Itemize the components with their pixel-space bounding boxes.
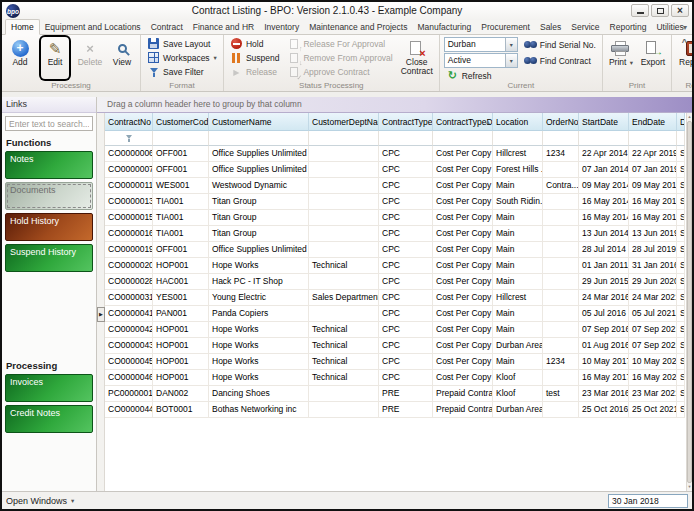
chevron-down-icon[interactable]: ▾ (505, 38, 517, 51)
grid-cell-location[interactable]: Durban Area (493, 338, 543, 354)
grid-cell-contractno[interactable]: CO0000006 (105, 146, 153, 162)
grid-cell-contractno[interactable]: CO0000011 (105, 178, 153, 194)
column-header-startdate[interactable]: StartDate (579, 113, 629, 131)
grid-cell-orderno[interactable]: Contra... (543, 178, 579, 194)
grid-cell-contracttypedesc[interactable]: Cost Per Copy (433, 194, 493, 210)
grid-cell-customercode[interactable]: HOP001 (153, 322, 209, 338)
grid-cell-de[interactable]: S (677, 210, 685, 226)
grid-cell-enddate[interactable]: 16 May 2019 (629, 210, 677, 226)
grid-cell-contracttype[interactable]: CPC (379, 194, 433, 210)
grid-cell-customerdeptname[interactable]: Technical (309, 370, 379, 386)
add-button[interactable]: + Add (6, 37, 34, 79)
grid-cell-startdate[interactable]: 24 Mar 2016 (579, 290, 629, 306)
grid-cell-enddate[interactable]: 10 May 2022 (629, 354, 677, 370)
sidebar-button-invoices[interactable]: Invoices (5, 374, 93, 402)
filter-cell-contracttypedesc[interactable] (433, 131, 493, 146)
grid-cell-location[interactable]: Main (493, 178, 543, 194)
column-header-contracttype[interactable]: ContractType (379, 113, 433, 131)
close-contract-button[interactable]: × Close Contract (399, 37, 435, 79)
tab-manufacturing[interactable]: Manufacturing (412, 20, 476, 34)
vertical-scrollbar[interactable]: ▲ ▼ (686, 113, 692, 491)
grid-row-CO0000015[interactable]: CO0000015TIA001Titan GroupCPCCost Per Co… (105, 210, 685, 226)
grid-cell-location[interactable]: Main (493, 274, 543, 290)
grid-cell-contracttype[interactable]: PRE (379, 386, 433, 402)
scrollbar-thumb[interactable] (687, 121, 692, 483)
grid-cell-customercode[interactable]: HAC001 (153, 274, 209, 290)
grid-cell-startdate[interactable]: 22 Apr 2014 (579, 146, 629, 162)
grid-cell-location[interactable]: Forest Hills ... (493, 162, 543, 178)
grid-cell-customerdeptname[interactable] (309, 146, 379, 162)
sidebar-button-documents[interactable]: Documents (5, 182, 93, 210)
scroll-down-icon[interactable]: ▼ (687, 483, 692, 491)
grid-cell-customercode[interactable]: HOP001 (153, 354, 209, 370)
grid-cell-customerdeptname[interactable] (309, 386, 379, 402)
minimize-button[interactable] (631, 4, 649, 17)
grid-cell-startdate[interactable]: 25 Oct 2016 (579, 402, 629, 418)
grid-cell-customerdeptname[interactable]: Technical (309, 354, 379, 370)
grid-row-CO0000045[interactable]: CO0000045HOP001Hope WorksTechnicalCPCCos… (105, 354, 685, 370)
grid-cell-location[interactable]: Main (493, 306, 543, 322)
grid-cell-location[interactable]: Main (493, 210, 543, 226)
grid-cell-customername[interactable]: Hope Works (209, 370, 309, 386)
grid-cell-enddate[interactable]: 25 Oct 2021 (629, 402, 677, 418)
grid-cell-customername[interactable]: Panda Copiers (209, 306, 309, 322)
grid-cell-contracttypedesc[interactable]: Cost Per Copy (433, 354, 493, 370)
grid-cell-customerdeptname[interactable] (309, 226, 379, 242)
grid-cell-customerdeptname[interactable] (309, 402, 379, 418)
filter-cell-de[interactable] (677, 131, 685, 146)
grid-cell-enddate[interactable]: 07 Sep 2021 (629, 322, 677, 338)
grid-cell-startdate[interactable]: 23 Mar 2016 (579, 386, 629, 402)
grid-cell-enddate[interactable]: 31 Jan 2016 (629, 258, 677, 274)
grid-cell-enddate[interactable]: 07 Jan 2019 (629, 162, 677, 178)
grid-cell-orderno[interactable] (543, 194, 579, 210)
ribbon-collapse-icon[interactable]: ^ (682, 37, 687, 47)
grid-cell-contracttypedesc[interactable]: Cost Per Copy (433, 322, 493, 338)
grid-cell-customername[interactable]: Young Electric (209, 290, 309, 306)
grid-cell-customercode[interactable]: OFF001 (153, 162, 209, 178)
column-header-contractno[interactable]: ContractNo (105, 113, 153, 131)
grid-cell-de[interactable]: S (677, 354, 685, 370)
grid-row-CO0000011[interactable]: CO0000011WES001Westwood DynamicCPCCost P… (105, 178, 685, 194)
grid-cell-orderno[interactable] (543, 242, 579, 258)
tab-maintenance-and-projects[interactable]: Maintenance and Projects (304, 20, 412, 34)
sidebar-button-notes[interactable]: Notes (5, 151, 93, 179)
grid-cell-orderno[interactable]: 1234 (543, 146, 579, 162)
grid-cell-contracttypedesc[interactable]: Cost Per Copy (433, 162, 493, 178)
tab-procurement[interactable]: Procurement (476, 20, 535, 34)
grid-cell-enddate[interactable]: 24 Mar 2021 (629, 290, 677, 306)
grid-cell-location[interactable]: South Ridin... (493, 194, 543, 210)
grid-cell-startdate[interactable]: 05 Jul 2016 (579, 306, 629, 322)
grid-cell-contracttypedesc[interactable]: Cost Per Copy (433, 274, 493, 290)
grid-cell-contractno[interactable]: CO0000019 (105, 242, 153, 258)
grid-cell-contracttype[interactable]: CPC (379, 146, 433, 162)
grid-cell-orderno[interactable] (543, 290, 579, 306)
grid-cell-customercode[interactable]: DAN002 (153, 386, 209, 402)
grid-cell-contracttype[interactable]: CPC (379, 226, 433, 242)
grid-cell-location[interactable]: Main (493, 322, 543, 338)
grid-cell-startdate[interactable]: 13 Jun 2014 (579, 226, 629, 242)
grid-row-CO0000041[interactable]: CO0000041PAN001Panda CopiersCPCCost Per … (105, 306, 685, 322)
grid-cell-startdate[interactable]: 01 Aug 2016 (579, 338, 629, 354)
grid-row-CO0000006[interactable]: CO0000006OFF001Office Supplies Unlimited… (105, 146, 685, 162)
grid-cell-startdate[interactable]: 28 Jul 2014 (579, 242, 629, 258)
sidebar-button-credit-notes[interactable]: Credit Notes (5, 405, 93, 433)
grid-cell-contractno[interactable]: CO0000045 (105, 354, 153, 370)
grid-cell-customercode[interactable]: BOT0001 (153, 402, 209, 418)
grid-cell-customername[interactable]: Hope Works (209, 258, 309, 274)
tab-inventory[interactable]: Inventory (259, 20, 304, 34)
grid-cell-de[interactable]: S (677, 338, 685, 354)
filter-cell-enddate[interactable] (629, 131, 677, 146)
grid-cell-orderno[interactable] (543, 258, 579, 274)
grid-cell-contracttypedesc[interactable]: Cost Per Copy (433, 146, 493, 162)
tab-home[interactable]: Home (5, 19, 40, 35)
column-header-enddate[interactable]: EndDate (629, 113, 677, 131)
grid-cell-startdate[interactable]: 10 May 2017 (579, 354, 629, 370)
grid-cell-contracttype[interactable]: CPC (379, 338, 433, 354)
filter-cell-location[interactable] (493, 131, 543, 146)
tab-reporting[interactable]: Reporting (605, 20, 652, 34)
date-field[interactable]: 30 Jan 2018 (608, 494, 688, 508)
grid-cell-customercode[interactable]: HOP001 (153, 370, 209, 386)
grid-cell-contractno[interactable]: CO0000044 (105, 402, 153, 418)
grid-cell-customername[interactable]: Westwood Dynamic (209, 178, 309, 194)
grid-cell-startdate[interactable]: 07 Sep 2016 (579, 322, 629, 338)
